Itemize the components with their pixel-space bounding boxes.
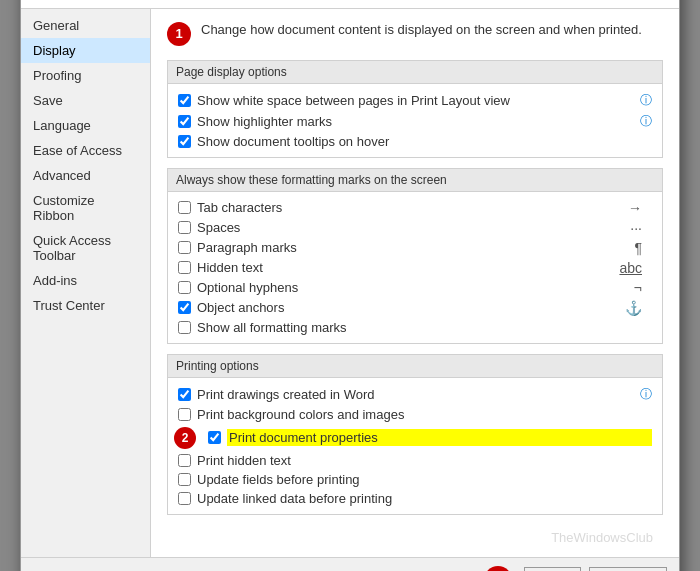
page-display-body: Show white space between pages in Print … — [168, 84, 662, 157]
sidebar-item-proofing[interactable]: Proofing — [21, 63, 150, 88]
printing-section: Printing options Print drawings created … — [167, 354, 663, 515]
checkbox-background-input[interactable] — [178, 408, 191, 421]
sidebar-item-advanced[interactable]: Advanced — [21, 163, 150, 188]
checkbox-drawings-input[interactable] — [178, 388, 191, 401]
info-icon-3: ⓘ — [640, 386, 652, 403]
checkbox-update-linked-label: Update linked data before printing — [197, 491, 652, 506]
footer: 3 OK Cancel — [21, 557, 679, 572]
header-description: Change how document content is displayed… — [201, 21, 642, 39]
checkbox-tab: Tab characters → — [178, 198, 652, 218]
word-options-dialog: Word Options ? ✕ General Display Proofin… — [20, 0, 680, 571]
checkbox-optional-hyphens: Optional hyphens ¬ — [178, 278, 652, 298]
page-display-title: Page display options — [168, 61, 662, 84]
checkbox-tooltips-input[interactable] — [178, 135, 191, 148]
checkbox-tooltips: Show document tooltips on hover — [178, 132, 652, 151]
checkbox-anchors-input[interactable] — [178, 301, 191, 314]
checkbox-spaces-input[interactable] — [178, 221, 191, 234]
checkbox-spaces: Spaces ··· — [178, 218, 652, 238]
sidebar-item-ribbon[interactable]: Customize Ribbon — [21, 188, 150, 228]
formatting-marks-body: Tab characters → Spaces ··· Paragraph ma… — [168, 192, 662, 343]
formatting-marks-title: Always show these formatting marks on th… — [168, 169, 662, 192]
checkbox-all-formatting-label: Show all formatting marks — [197, 320, 652, 335]
checkbox-paragraph-label: Paragraph marks — [197, 240, 628, 255]
checkbox-optional-hyphens-input[interactable] — [178, 281, 191, 294]
info-icon-1: ⓘ — [640, 92, 652, 109]
checkbox-update-fields: Update fields before printing — [178, 470, 652, 489]
checkbox-hidden: Hidden text abc — [178, 258, 652, 278]
checkbox-hidden-text-input[interactable] — [178, 454, 191, 467]
checkbox-background: Print background colors and images — [178, 405, 652, 424]
sidebar-item-addins[interactable]: Add-ins — [21, 268, 150, 293]
sidebar-item-language[interactable]: Language — [21, 113, 150, 138]
anchors-symbol: ⚓ — [625, 300, 652, 316]
content-header: 1 Change how document content is display… — [167, 21, 663, 46]
checkbox-highlighter-input[interactable] — [178, 115, 191, 128]
sidebar-item-save[interactable]: Save — [21, 88, 150, 113]
checkbox-drawings-label: Print drawings created in Word — [197, 387, 631, 402]
watermark-text: TheWindowsClub — [551, 530, 653, 545]
sidebar-item-ease[interactable]: Ease of Access — [21, 138, 150, 163]
checkbox-optional-hyphens-label: Optional hyphens — [197, 280, 628, 295]
checkbox-whitespace-label: Show white space between pages in Print … — [197, 93, 631, 108]
dialog-body: General Display Proofing Save Language E… — [21, 9, 679, 557]
title-bar: Word Options ? ✕ — [21, 0, 679, 9]
checkbox-hidden-text: Print hidden text — [178, 451, 652, 470]
printing-title: Printing options — [168, 355, 662, 378]
ok-button[interactable]: OK — [524, 567, 581, 571]
formatting-marks-section: Always show these formatting marks on th… — [167, 168, 663, 344]
checkbox-all-formatting: Show all formatting marks — [178, 318, 652, 337]
checkbox-doc-props-input[interactable] — [208, 431, 221, 444]
sidebar-item-trust[interactable]: Trust Center — [21, 293, 150, 318]
step-1-badge: 1 — [167, 22, 191, 46]
hidden-symbol: abc — [619, 260, 652, 276]
step-3-badge: 3 — [484, 566, 512, 572]
hyphens-symbol: ¬ — [634, 280, 652, 296]
checkbox-paragraph-input[interactable] — [178, 241, 191, 254]
page-display-section: Page display options Show white space be… — [167, 60, 663, 158]
checkbox-hidden-input[interactable] — [178, 261, 191, 274]
checkbox-update-linked-input[interactable] — [178, 492, 191, 505]
checkbox-drawings: Print drawings created in Word ⓘ — [178, 384, 652, 405]
checkbox-hidden-label: Hidden text — [197, 260, 613, 275]
checkbox-paragraph: Paragraph marks ¶ — [178, 238, 652, 258]
step-2-badge: 2 — [174, 427, 196, 449]
checkbox-update-linked: Update linked data before printing — [178, 489, 652, 508]
checkbox-tab-label: Tab characters — [197, 200, 622, 215]
spaces-symbol: ··· — [630, 220, 652, 236]
checkbox-whitespace: Show white space between pages in Print … — [178, 90, 652, 111]
checkbox-doc-props-row: 2 Print document properties — [178, 424, 652, 451]
checkbox-spaces-label: Spaces — [197, 220, 624, 235]
checkbox-tab-input[interactable] — [178, 201, 191, 214]
info-icon-2: ⓘ — [640, 113, 652, 130]
sidebar-item-display[interactable]: Display — [21, 38, 150, 63]
sidebar-item-general[interactable]: General — [21, 13, 150, 38]
checkbox-tooltips-label: Show document tooltips on hover — [197, 134, 652, 149]
checkbox-doc-props-label: Print document properties — [227, 429, 652, 446]
paragraph-symbol: ¶ — [634, 240, 652, 256]
printing-body: Print drawings created in Word ⓘ Print b… — [168, 378, 662, 514]
checkbox-highlighter: Show highlighter marks ⓘ — [178, 111, 652, 132]
checkbox-update-fields-label: Update fields before printing — [197, 472, 652, 487]
checkbox-anchors-label: Object anchors — [197, 300, 619, 315]
watermark-area: TheWindowsClub — [167, 525, 663, 545]
checkbox-all-formatting-input[interactable] — [178, 321, 191, 334]
sidebar: General Display Proofing Save Language E… — [21, 9, 151, 557]
sidebar-item-toolbar[interactable]: Quick Access Toolbar — [21, 228, 150, 268]
checkbox-highlighter-label: Show highlighter marks — [197, 114, 631, 129]
checkbox-whitespace-input[interactable] — [178, 94, 191, 107]
content-area: 1 Change how document content is display… — [151, 9, 679, 557]
checkbox-update-fields-input[interactable] — [178, 473, 191, 486]
checkbox-hidden-text-label: Print hidden text — [197, 453, 652, 468]
tab-symbol: → — [628, 200, 652, 216]
cancel-button[interactable]: Cancel — [589, 567, 667, 571]
checkbox-anchors: Object anchors ⚓ — [178, 298, 652, 318]
checkbox-background-label: Print background colors and images — [197, 407, 652, 422]
